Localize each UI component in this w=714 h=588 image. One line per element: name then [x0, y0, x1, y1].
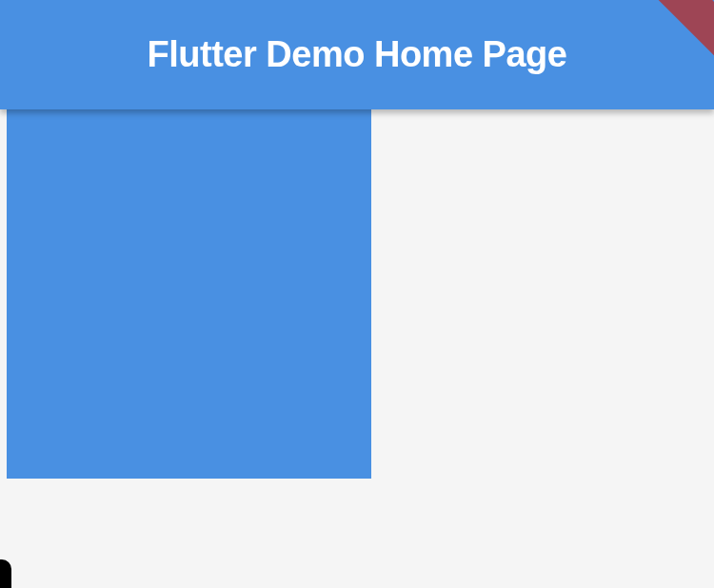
device-frame-edge — [0, 559, 11, 588]
app-bar: Flutter Demo Home Page — [0, 0, 714, 109]
blue-container — [7, 109, 371, 479]
content-area — [0, 109, 714, 588]
page-title: Flutter Demo Home Page — [148, 34, 567, 75]
